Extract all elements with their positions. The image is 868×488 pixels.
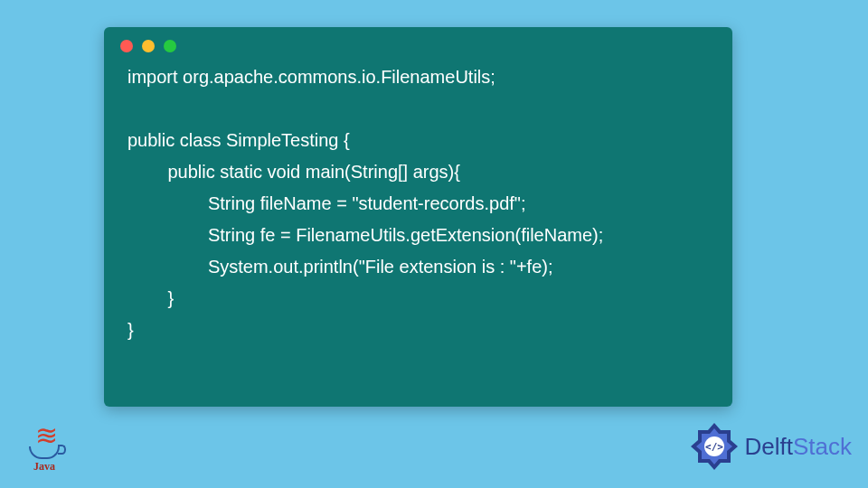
- java-cup-icon: [29, 446, 60, 459]
- delftstack-suffix: Stack: [793, 433, 852, 460]
- delftstack-branding: </> DelftStack: [689, 421, 853, 472]
- delftstack-text: DelftStack: [745, 433, 853, 461]
- code-block: import org.apache.commons.io.FilenameUti…: [104, 56, 732, 362]
- java-steam-icon: ≋: [23, 426, 66, 445]
- code-window: import org.apache.commons.io.FilenameUti…: [104, 27, 732, 407]
- java-label: Java: [23, 460, 66, 474]
- minimize-icon[interactable]: [142, 40, 155, 52]
- close-icon[interactable]: [120, 40, 133, 52]
- delftstack-prefix: Delft: [745, 433, 793, 460]
- svg-text:</>: </>: [705, 441, 723, 453]
- java-logo: ≋ Java: [23, 426, 66, 474]
- window-controls: [104, 27, 732, 56]
- maximize-icon[interactable]: [164, 40, 176, 52]
- delftstack-badge-icon: </>: [689, 421, 740, 472]
